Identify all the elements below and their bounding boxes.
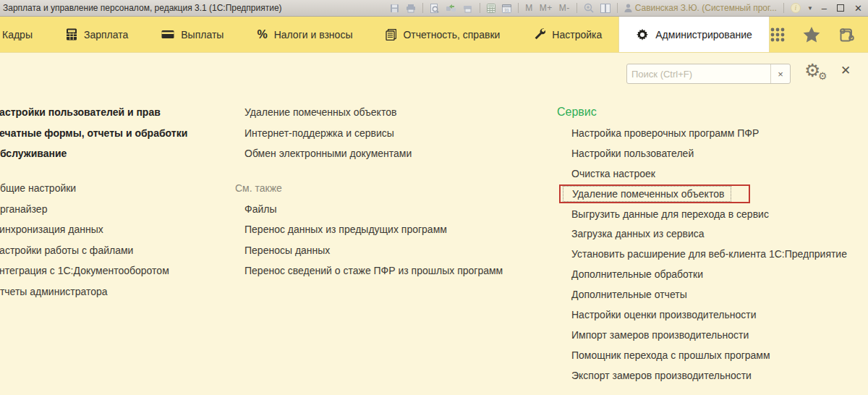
command-link[interactable]: Помощник перехода с прошлых программ (557, 345, 847, 365)
group-link[interactable]: Настройки пользователей и прав (0, 102, 187, 123)
column-operations: Удаление помеченных объектов Интернет-по… (235, 102, 503, 281)
group-link[interactable]: Обслуживание (0, 143, 187, 164)
tab-zarplata-label: Зарплата (84, 29, 128, 41)
user-icon (624, 4, 632, 12)
column-settings: Настройки пользователей и прав Печатные … (0, 102, 187, 302)
command-link[interactable]: Настройки работы с файлами (0, 240, 187, 261)
command-link[interactable]: Файлы (235, 198, 503, 219)
print-icon[interactable] (406, 4, 416, 13)
command-link[interactable]: Настройки оценки производительности (557, 305, 847, 325)
command-link-delete-marked-objects[interactable]: Удаление помеченных объектов (563, 186, 731, 202)
card-icon (161, 30, 174, 39)
command-link[interactable]: Отчеты администратора (0, 281, 187, 302)
tab-administrirovanie[interactable]: Администрирование (618, 17, 770, 52)
tab-vyplaty-label: Выплаты (181, 29, 224, 41)
tab-nastroyka[interactable]: Настройка (516, 17, 618, 52)
command-link[interactable]: Интеграция с 1С:Документооборотом (0, 260, 187, 281)
tab-zarplata[interactable]: Зарплата (49, 17, 145, 52)
memory-minus-button[interactable]: М- (559, 3, 570, 13)
command-link[interactable]: Перенос данных из предыдущих программ (235, 219, 503, 240)
split-view-icon[interactable] (600, 4, 610, 13)
close-window-button[interactable]: ✕ (854, 4, 862, 13)
history-scroll-icon[interactable] (838, 27, 854, 43)
service-section-header: Сервис (557, 101, 847, 123)
memory-recall-button[interactable]: М (525, 3, 533, 13)
username-label: Савинская З.Ю. (Системный прог... (635, 3, 777, 13)
current-user[interactable]: Савинская З.Ю. (Системный прог... (624, 3, 777, 13)
command-link[interactable]: Установить расширение для веб-клиента 1С… (557, 244, 847, 264)
search-clear-button[interactable]: × (770, 64, 790, 83)
command-link[interactable]: Органайзер (0, 198, 187, 219)
settings-gears-icon[interactable]: ⚙⚙ (804, 61, 830, 85)
tab-kadry-label: Кадры (2, 29, 33, 41)
tab-nalogi-label: Налоги и взносы (274, 29, 353, 41)
send-icon[interactable] (446, 4, 456, 13)
highlighted-command-row: Удаление помеченных объектов (557, 184, 847, 204)
see-also-header: См. также (235, 178, 503, 199)
command-link[interactable]: Удаление помеченных объектов (235, 102, 503, 123)
command-link[interactable]: Дополнительные обработки (557, 264, 847, 284)
command-link[interactable]: Перенос сведений о стаже ПФР из прошлых … (235, 260, 503, 281)
command-link[interactable]: Дополнительные отчеты (557, 284, 847, 305)
all-functions-grid-icon[interactable] (770, 27, 786, 43)
command-link[interactable]: Загрузка данных из сервиса (557, 224, 847, 244)
memory-plus-button[interactable]: М+ (540, 3, 553, 13)
percent-icon: % (257, 28, 267, 41)
calendar-icon[interactable]: 31 (502, 4, 511, 13)
tab-nastroyka-label: Настройка (552, 29, 602, 41)
favorites-star-icon[interactable] (803, 26, 820, 43)
maximize-button[interactable] (837, 4, 844, 12)
command-link[interactable]: Экспорт замеров производительности (557, 365, 847, 386)
command-link[interactable]: Обмен электронными документами (235, 143, 503, 164)
command-link[interactable]: Общие настройки (0, 178, 187, 199)
print-page-icon[interactable] (463, 4, 473, 13)
column-service: Сервис Настройка проверочных программ ПФ… (557, 101, 847, 386)
search-box: × (626, 64, 791, 84)
administration-panel: × ⚙⚙ ✕ Настройки пользователей и прав Пе… (0, 53, 868, 395)
zoom-in-icon[interactable] (584, 3, 594, 13)
command-link[interactable]: Настройки пользователей (557, 143, 847, 163)
search-input[interactable] (627, 64, 770, 83)
command-link[interactable]: Интернет-поддержка и сервисы (235, 123, 503, 144)
wrench-icon (533, 28, 545, 41)
tab-kadry[interactable]: Кадры (0, 17, 49, 52)
tab-otchetnost[interactable]: Отчетность, справки (369, 17, 516, 52)
save-icon[interactable] (390, 4, 399, 13)
section-menu-bar: Кадры Зарплата Выплаты % Налоги и взносы… (0, 17, 868, 53)
panel-close-icon[interactable]: ✕ (841, 63, 851, 78)
window-title: Зарплата и управление персоналом, редакц… (0, 3, 282, 13)
command-link[interactable]: Переносы данных (235, 240, 503, 261)
command-link[interactable]: Настройка проверочных программ ПФР (557, 123, 847, 143)
group-link[interactable]: Печатные формы, отчеты и обработки (0, 123, 187, 144)
info-icon[interactable]: i (791, 3, 801, 13)
calculator-tool-icon[interactable] (487, 4, 495, 13)
red-highlight-box: Удаление помеченных объектов (559, 184, 750, 203)
command-link[interactable]: Очистка настроек (557, 163, 847, 184)
tab-administrirovanie-label: Администрирование (655, 29, 752, 41)
command-link[interactable]: Импорт замеров производительности (557, 325, 847, 345)
report-icon (386, 29, 396, 41)
command-link[interactable]: Выгрузить данные для перехода в сервис (557, 204, 847, 224)
chevron-down-icon[interactable]: ▼ (807, 5, 813, 12)
gear-icon (636, 28, 649, 41)
tab-otchetnost-label: Отчетность, справки (403, 29, 500, 41)
svg-text:31: 31 (504, 7, 509, 12)
print-preview-icon[interactable] (430, 4, 439, 13)
minimize-button[interactable]: – (822, 4, 827, 13)
title-bar: Зарплата и управление персоналом, редакц… (0, 0, 868, 17)
calculator-icon (66, 28, 77, 41)
tab-nalogi[interactable]: % Налоги и взносы (240, 17, 369, 52)
application-window: Зарплата и управление персоналом, редакц… (0, 0, 868, 395)
command-link[interactable]: Синхронизация данных (0, 219, 187, 240)
tab-vyplaty[interactable]: Выплаты (145, 17, 240, 52)
